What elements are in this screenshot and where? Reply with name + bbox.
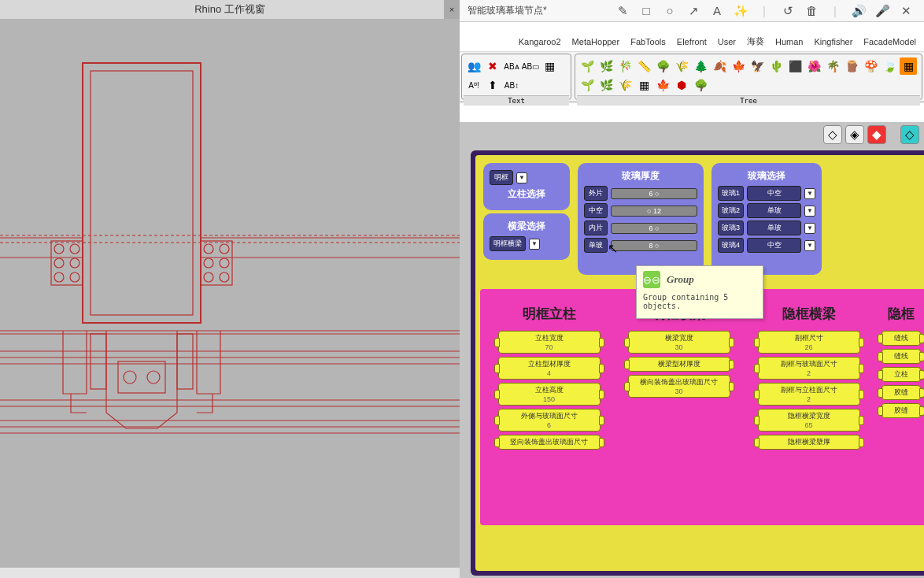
- chevron-down-icon[interactable]: ▼: [529, 239, 540, 250]
- tree-icon[interactable]: 🌺: [805, 57, 822, 75]
- svg-point-27: [220, 244, 229, 254]
- tree-icon[interactable]: ⬢: [673, 76, 690, 94]
- tree-icon[interactable]: ▦: [635, 76, 652, 94]
- mode-rendered-icon[interactable]: ◆: [867, 125, 886, 144]
- ribbon-text-icon[interactable]: AB▭: [522, 57, 539, 75]
- undo-icon[interactable]: ↺: [781, 4, 795, 18]
- sound-icon[interactable]: 🔊: [852, 4, 866, 18]
- group-column-select[interactable]: 明框 ▼ 立柱选择: [483, 163, 570, 210]
- glass-select-title: 玻璃选择: [718, 169, 815, 183]
- param-slider: 副框与立柱面尺寸2: [758, 383, 860, 406]
- svg-point-19: [54, 258, 64, 268]
- tree-icon[interactable]: 🌳: [692, 76, 709, 94]
- mode-preview-icon[interactable]: ◇: [900, 125, 919, 144]
- chevron-down-icon[interactable]: ▼: [804, 223, 815, 234]
- ribbon-text-icon[interactable]: ABᴀ: [503, 57, 520, 75]
- menu-human[interactable]: Human: [771, 35, 808, 48]
- group-beam-select[interactable]: 横梁选择 明框横梁 ▼: [483, 213, 570, 260]
- tree-icon[interactable]: 🍁: [730, 57, 747, 75]
- param-slider: 隐框横梁宽度65: [758, 409, 860, 432]
- tree-icon[interactable]: 🌱: [578, 76, 596, 94]
- ribbon-text-icon[interactable]: ▦: [541, 57, 558, 75]
- rhino-drawing: [0, 19, 460, 567]
- svg-point-34: [147, 371, 160, 383]
- pencil-icon[interactable]: ✎: [615, 4, 630, 18]
- menu-kingfisher[interactable]: Kingfisher: [809, 35, 857, 48]
- yellow-box-yinkuang-hengliang[interactable]: 隐框横梁 副框尺寸26 副框与玻璃面尺寸2 副框与立柱面尺寸2 隐框横梁宽度65…: [748, 297, 870, 517]
- ribbon-text-icon[interactable]: 👥: [465, 57, 482, 75]
- text-a-icon[interactable]: A: [710, 4, 724, 18]
- gh-canvas-inner-group[interactable]: 明框 ▼ 立柱选择 横梁选择 明框横梁 ▼: [475, 155, 924, 571]
- column-value[interactable]: 明框: [490, 170, 513, 185]
- close-window-icon[interactable]: ✕: [899, 4, 913, 18]
- gh-document-tab[interactable]: 智能玻璃幕墙节点*: [460, 1, 555, 20]
- magic-icon[interactable]: ✨: [734, 4, 748, 18]
- tree-icon[interactable]: 🪵: [843, 57, 860, 75]
- tree-icon[interactable]: 🌵: [767, 57, 785, 75]
- menu-user[interactable]: User: [713, 35, 741, 48]
- param-slider: 立柱高度150: [498, 383, 601, 406]
- menu-metahopper[interactable]: MetaHopper: [567, 35, 625, 48]
- arrow-icon[interactable]: ↗: [686, 4, 700, 18]
- tree-icon[interactable]: 🌾: [673, 57, 690, 75]
- ribbon-text-icon[interactable]: AB↕: [503, 76, 520, 94]
- gh-canvas-area[interactable]: ◇ ◈ ◆ ◇ 明框 ▼ 立柱选择: [460, 122, 924, 578]
- menu-kangaroo2[interactable]: Kangaroo2: [514, 35, 566, 48]
- gh-canvas-root-group[interactable]: 明框 ▼ 立柱选择 横梁选择 明框横梁 ▼: [471, 150, 924, 576]
- trash-icon[interactable]: 🗑: [804, 4, 819, 18]
- mic-icon[interactable]: 🎤: [875, 4, 889, 18]
- square-icon[interactable]: □: [639, 4, 653, 18]
- tree-icon[interactable]: 🍄: [862, 57, 879, 75]
- mode-wireframe-icon[interactable]: ◇: [823, 125, 842, 144]
- group-glass-select[interactable]: 玻璃选择 玻璃1中空▼ 玻璃2单玻▼ 玻璃3单玻▼ 玻璃4中空▼: [711, 163, 822, 275]
- tree-icon[interactable]: 🌳: [654, 57, 671, 75]
- param-slider: 胶缝: [881, 385, 921, 400]
- yellow-box-mingkuang-hengliang[interactable]: 明框横梁 横梁宽度30 横梁型材厚度 横向装饰盖出玻璃面尺寸30: [618, 297, 740, 517]
- tree-icon[interactable]: 🍃: [881, 57, 898, 75]
- group-glass-thickness[interactable]: 玻璃厚度 外片6 ○ 中空○ 12 内片6 ○ 单玻8 ○: [578, 163, 704, 275]
- tree-icon[interactable]: ⬛: [786, 57, 804, 75]
- tree-icon[interactable]: 🌾: [616, 76, 634, 94]
- gh-ribbon: 👥 ✖ ABᴀ AB▭ ▦ Aᴮ! ⬆ AB↕ Text 🌱 🌿 🎋 📏 🌳 🌾…: [460, 52, 924, 102]
- tree-icon[interactable]: 🎋: [616, 57, 634, 75]
- menu-facademodel[interactable]: FacadeModel: [859, 35, 921, 48]
- chevron-down-icon[interactable]: ▼: [804, 206, 815, 217]
- thickness-row: 外片6 ○: [584, 186, 697, 201]
- ribbon-text-icon[interactable]: ✖: [484, 57, 501, 75]
- svg-rect-36: [177, 334, 193, 389]
- tree-icon[interactable]: 🌲: [692, 57, 709, 75]
- menu-haikui[interactable]: 海葵: [742, 34, 769, 49]
- slider[interactable]: 6 ○: [611, 188, 697, 199]
- circle-icon[interactable]: ○: [663, 4, 677, 18]
- tree-icon[interactable]: 🌿: [597, 57, 615, 75]
- tree-icon[interactable]: 🍁: [654, 76, 671, 94]
- ribbon-text-label: Text: [464, 95, 569, 106]
- rhino-close-button[interactable]: ×: [444, 0, 460, 19]
- slider[interactable]: ○ 12: [611, 206, 697, 217]
- chevron-down-icon[interactable]: ▼: [804, 240, 815, 251]
- ribbon-text-icon[interactable]: Aᴮ!: [465, 76, 482, 94]
- group-profile-parameters[interactable]: 明框立柱 立柱宽度70 立柱型材厚度4 立柱高度150 外侧与玻璃面尺寸6 竖向…: [480, 289, 924, 525]
- menu-fabtools[interactable]: FabTools: [626, 35, 671, 48]
- tooltip-title: Group: [667, 273, 694, 286]
- tree-icon[interactable]: 🌿: [597, 76, 615, 94]
- slider[interactable]: 6 ○: [611, 223, 697, 234]
- chevron-down-icon[interactable]: ▼: [804, 188, 815, 199]
- rhino-3d-viewport[interactable]: [0, 19, 460, 567]
- svg-point-20: [54, 272, 64, 282]
- tree-icon[interactable]: 📏: [635, 57, 652, 75]
- yellow-box-mingkuang-lizhu[interactable]: 明框立柱 立柱宽度70 立柱型材厚度4 立柱高度150 外侧与玻璃面尺寸6 竖向…: [488, 297, 610, 517]
- menu-elefront[interactable]: Elefront: [672, 35, 711, 48]
- tree-icon[interactable]: 🌱: [578, 57, 596, 75]
- gh-tab-bar: 智能玻璃幕墙节点* ✎ □ ○ ↗ A ✨ | ↺ 🗑 | 🔊 🎤 ✕: [460, 0, 924, 22]
- tree-icon[interactable]: 🌴: [824, 57, 841, 75]
- mode-shaded-icon[interactable]: ◈: [845, 125, 864, 144]
- tree-icon[interactable]: 🍂: [711, 57, 728, 75]
- tree-icon[interactable]: 🦅: [748, 57, 766, 75]
- slider[interactable]: 8 ○: [611, 240, 697, 251]
- beam-value[interactable]: 明框横梁: [490, 236, 526, 251]
- yellow-box-yinkuang-partial[interactable]: 隐框 缝线 缝线 立柱 胶缝 胶缝: [878, 297, 924, 517]
- chevron-down-icon[interactable]: ▼: [516, 172, 527, 183]
- tree-icon[interactable]: ▦: [900, 57, 917, 75]
- ribbon-text-icon[interactable]: ⬆: [484, 76, 501, 94]
